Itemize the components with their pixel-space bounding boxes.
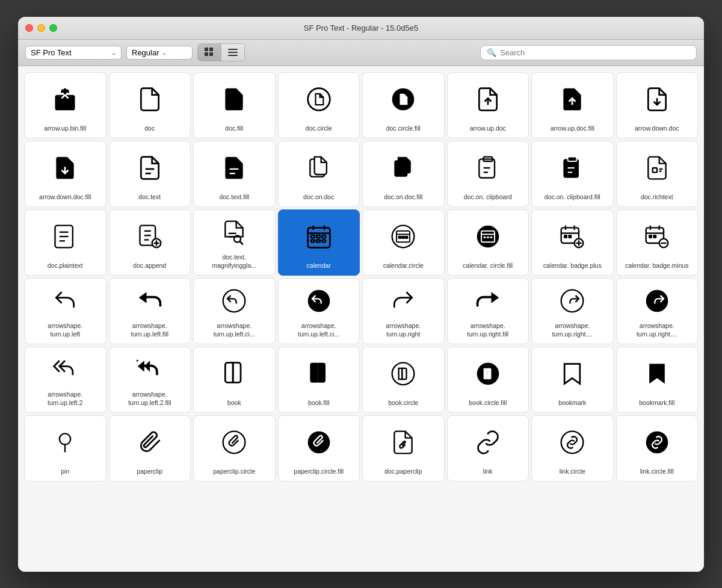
icon-cell-arrow.down.doc[interactable]: arrow.down.doc [616,72,699,138]
book-label: book [227,399,241,407]
icon-cell-doc.paperclip[interactable]: doc.paperclip [362,415,445,481]
doc.text.fill-icon [218,146,250,190]
arrowshape.turn.up.right.circle-label: arrowshape. turn.up.right.... [539,322,605,338]
icon-cell-calendar.circle.fill[interactable]: calendar. circle.fill [447,209,529,276]
icon-cell-book.fill[interactable]: book.fill [278,347,360,413]
icon-cell-calendar.circle[interactable]: calendar.circle [362,209,445,276]
icon-cell-arrowshape.turn.up.right.circle.fill[interactable]: arrowshape. turn.up.right.... [616,278,699,344]
icon-cell-calendar[interactable]: calendar [278,209,360,276]
arrow.down.doc.fill-label: arrow.down.doc.fill [39,193,91,202]
svg-rect-62 [490,237,492,238]
search-box[interactable]: 🔍 [480,45,697,60]
arrowshape.turn.up.left.circle.fill-label: arrowshape. turn.up.left.ci... [286,322,352,338]
icon-cell-arrow.up.bin.fill[interactable]: arrow.up.bin.fill [24,72,106,138]
arrowshape.turn.up.left-label: arrowshape. turn.up.left [32,322,98,338]
paperclip.circle-icon [218,421,250,464]
icon-cell-link.circle[interactable]: link.circle [531,415,614,481]
icon-cell-paperclip.circle.fill[interactable]: paperclip.circle.fill [278,415,360,481]
icon-cell-doc.richtext[interactable]: doc.richtext [616,141,699,207]
icon-cell-book.circle.fill[interactable]: book.circle.fill [447,347,529,413]
icon-cell-doc.on.clipboard[interactable]: doc.on. clipboard [447,141,529,207]
icon-cell-doc.text.fill[interactable]: doc.text.fill [193,141,276,207]
link.circle.fill-icon [641,421,673,464]
svg-point-83 [646,290,668,312]
svg-point-82 [561,290,584,312]
svg-rect-61 [487,237,489,238]
icon-cell-arrow.down.doc.fill[interactable]: arrow.down.doc.fill [24,141,106,207]
grid-view-button[interactable] [198,44,221,61]
arrowshape.turn.up.right-icon [387,283,419,319]
calendar.circle-icon [387,215,419,258]
icon-cell-doc.text[interactable]: doc.text [109,141,191,207]
icon-cell-doc.text.magnifyingglass[interactable]: doc.text. magnifyinggla... [193,209,276,276]
icon-cell-link.circle.fill[interactable]: link.circle.fill [616,415,699,481]
icon-cell-arrowshape.turn.up.left.2[interactable]: arrowshape. turn.up.left.2 [24,347,106,413]
search-input[interactable] [500,48,690,57]
arrow.up.doc-icon [472,78,504,121]
svg-rect-23 [652,168,656,172]
icon-cell-arrowshape.turn.up.left.2.fill[interactable]: arrowshape. turn.up.left.2.fill [109,347,191,413]
font-name: SF Pro Text [31,48,72,57]
icon-cell-doc.on.clipboard.fill[interactable]: doc.on. clipboard.fill [531,141,614,207]
icon-cell-bookmark[interactable]: bookmark [531,347,614,413]
icon-cell-arrowshape.turn.up.left[interactable]: arrowshape. turn.up.left [24,278,106,344]
icon-cell-arrowshape.turn.up.right.fill[interactable]: arrowshape. turn.up.right.fill [447,278,529,344]
icon-cell-paperclip.circle[interactable]: paperclip.circle [193,415,276,481]
icon-cell-calendar.badge.plus[interactable]: calendar. badge.plus [531,209,614,276]
doc.append-label: doc.append [133,262,166,270]
doc.text.magnifyingglass-icon [218,215,250,250]
font-selector[interactable]: SF Pro Text ⌄ [25,46,122,60]
icon-cell-arrow.up.doc.fill[interactable]: arrow.up.doc.fill [531,72,614,138]
arrowshape.turn.up.left.2.fill-label: arrowshape. turn.up.left.2.fill [117,391,183,407]
icon-grid-container: arrow.up.bin.filldocdoc.filldoc.circledo… [18,66,704,572]
book.circle-label: book.circle [388,399,418,407]
icon-cell-link[interactable]: link [447,415,529,481]
arrowshape.turn.up.right.fill-icon [472,283,504,319]
bookmark.fill-label: bookmark.fill [639,399,674,407]
icon-cell-doc[interactable]: doc [109,72,191,138]
icon-cell-doc.on.doc[interactable]: doc.on.doc [278,141,360,207]
icon-cell-doc.plaintext[interactable]: doc.plaintext [24,209,106,276]
doc.append-icon [134,215,165,258]
svg-rect-2 [205,52,208,56]
list-view-button[interactable] [221,44,244,61]
arrow.down.doc-label: arrow.down.doc [635,125,679,133]
icon-cell-arrowshape.turn.up.left.circle.fill[interactable]: arrowshape. turn.up.left.ci... [278,278,360,344]
minimize-button[interactable] [37,24,45,32]
icon-cell-book[interactable]: book [193,347,276,413]
icon-cell-doc.fill[interactable]: doc.fill [193,72,276,138]
icon-cell-arrowshape.turn.up.left.circle[interactable]: arrowshape. turn.up.left.ci... [193,278,276,344]
book.circle-icon [387,352,419,395]
icon-cell-doc.on.doc.fill[interactable]: doc.on.doc.fill [362,141,445,207]
icon-cell-doc.circle.fill[interactable]: doc.circle.fill [362,72,445,138]
svg-rect-47 [322,235,326,238]
doc.plaintext-icon [49,215,81,258]
window-title: SF Pro Text - Regular - 15.0d5e5 [304,23,419,32]
svg-point-81 [307,290,330,312]
doc.text.magnifyingglass-label: doc.text. magnifyinggla... [201,253,267,270]
svg-rect-68 [569,235,572,238]
icon-cell-arrow.up.doc[interactable]: arrow.up.doc [447,72,529,138]
app-window: SF Pro Text - Regular - 15.0d5e5 SF Pro … [18,17,704,572]
svg-rect-76 [649,235,652,238]
paperclip.circle.fill-label: paperclip.circle.fill [294,468,344,476]
maximize-button[interactable] [49,24,57,32]
icon-cell-doc.circle[interactable]: doc.circle [278,72,360,138]
icon-cell-arrowshape.turn.up.right[interactable]: arrowshape. turn.up.right [362,278,445,344]
icon-cell-pin[interactable]: pin [24,415,106,481]
icon-cell-doc.append[interactable]: doc.append [109,209,191,276]
icon-cell-calendar.badge.minus[interactable]: calendar. badge.minus [616,209,699,276]
doc.text-icon [134,146,165,190]
arrow.down.doc-icon [641,78,673,121]
icon-cell-arrowshape.turn.up.right.circle[interactable]: arrowshape. turn.up.right.... [531,278,614,344]
icon-cell-book.circle[interactable]: book.circle [362,347,445,413]
book.circle.fill-label: book.circle.fill [469,399,507,407]
weight-selector[interactable]: Regular ⌄ [126,46,193,60]
calendar-label: calendar [307,262,331,270]
doc.paperclip-icon [387,421,419,464]
icon-cell-paperclip[interactable]: paperclip [109,415,191,481]
icon-cell-bookmark.fill[interactable]: bookmark.fill [616,347,699,413]
doc.plaintext-label: doc.plaintext [48,262,83,270]
close-button[interactable] [25,24,33,32]
icon-cell-arrowshape.turn.up.left.fill[interactable]: arrowshape. turn.up.left.fill [109,278,191,344]
